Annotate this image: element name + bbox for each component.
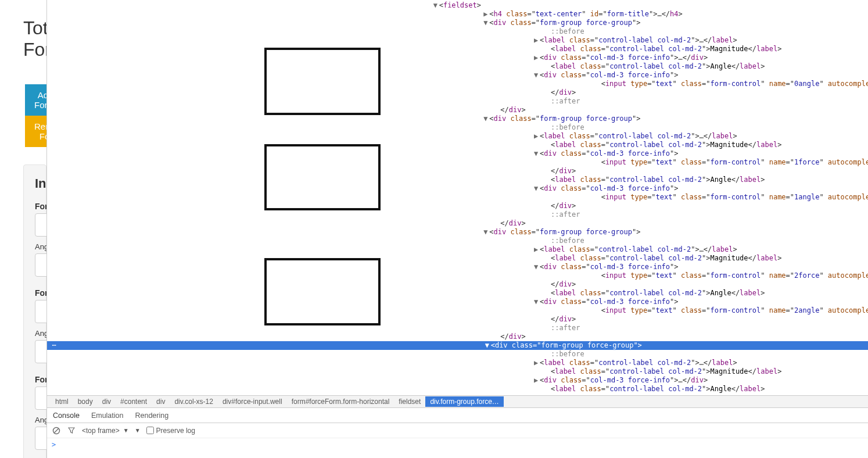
console-drawer-tabs: Console Emulation Rendering bbox=[47, 408, 868, 423]
crumb[interactable]: fieldset bbox=[394, 396, 425, 407]
crumb-selected[interactable]: div.form-group.force… bbox=[425, 396, 503, 407]
force-label: Force 1 bbox=[35, 202, 46, 211]
svg-line-1 bbox=[55, 428, 59, 432]
chevron-down-icon: ▼ bbox=[123, 427, 129, 434]
tab-console[interactable]: Console bbox=[47, 409, 85, 422]
frame-select-wrap[interactable]: <top frame> ▼ bbox=[82, 427, 129, 435]
frame-select-label: <top frame> bbox=[82, 427, 120, 435]
preserve-log-label: Preserve log bbox=[156, 427, 195, 435]
force-label: Force 2 bbox=[35, 288, 46, 298]
crumb[interactable]: div#force-input.well bbox=[218, 396, 287, 407]
crumb[interactable]: div.col-xs-12 bbox=[170, 396, 217, 407]
chevron-down-icon: ▼ bbox=[135, 427, 141, 434]
force-3-magnitude-input[interactable] bbox=[35, 387, 46, 410]
remove-force-button[interactable]: Remove Force bbox=[25, 116, 46, 147]
console-body[interactable]: > bbox=[47, 438, 868, 458]
preserve-log-toggle[interactable]: Preserve log bbox=[146, 427, 195, 435]
preserve-log-checkbox[interactable] bbox=[146, 427, 154, 434]
console-prompt: > bbox=[52, 441, 56, 449]
crumb[interactable]: #content bbox=[116, 396, 152, 407]
elements-tree[interactable]: ▼<fieldset> ▶<h4 class="text-center" id=… bbox=[47, 0, 868, 395]
crumb[interactable]: div bbox=[152, 396, 170, 407]
add-force-button[interactable]: Add Force bbox=[25, 84, 46, 116]
console-toolbar: <top frame> ▼ ▼ Preserve log bbox=[47, 423, 868, 438]
devtools-pane: ▼<fieldset> ▶<h4 class="text-center" id=… bbox=[46, 0, 868, 458]
tab-rendering[interactable]: Rendering bbox=[129, 409, 174, 422]
filter-icon[interactable] bbox=[67, 426, 76, 435]
force-3-angle-input[interactable] bbox=[35, 427, 46, 450]
app-pane: Total Force Add Force Remove Force Input… bbox=[0, 0, 46, 458]
crumb[interactable]: body bbox=[73, 396, 98, 407]
force-1-magnitude-input[interactable] bbox=[35, 213, 46, 237]
force-label: Force 3 bbox=[35, 375, 46, 384]
force-2-magnitude-input[interactable] bbox=[35, 300, 46, 323]
clear-console-icon[interactable] bbox=[52, 426, 61, 435]
force-2-angle-input[interactable] bbox=[35, 340, 46, 363]
input-well: Input Force 1 Magnitude Angle Force 2 Ma… bbox=[23, 164, 46, 458]
crumb[interactable]: div bbox=[98, 396, 116, 407]
tab-emulation[interactable]: Emulation bbox=[85, 409, 130, 422]
force-1-angle-input[interactable] bbox=[35, 253, 46, 277]
crumb[interactable]: form#forceForm.form-horizontal bbox=[287, 396, 394, 407]
breadcrumb[interactable]: html body div #content div div.col-xs-12… bbox=[47, 395, 868, 408]
crumb[interactable]: html bbox=[51, 396, 73, 407]
